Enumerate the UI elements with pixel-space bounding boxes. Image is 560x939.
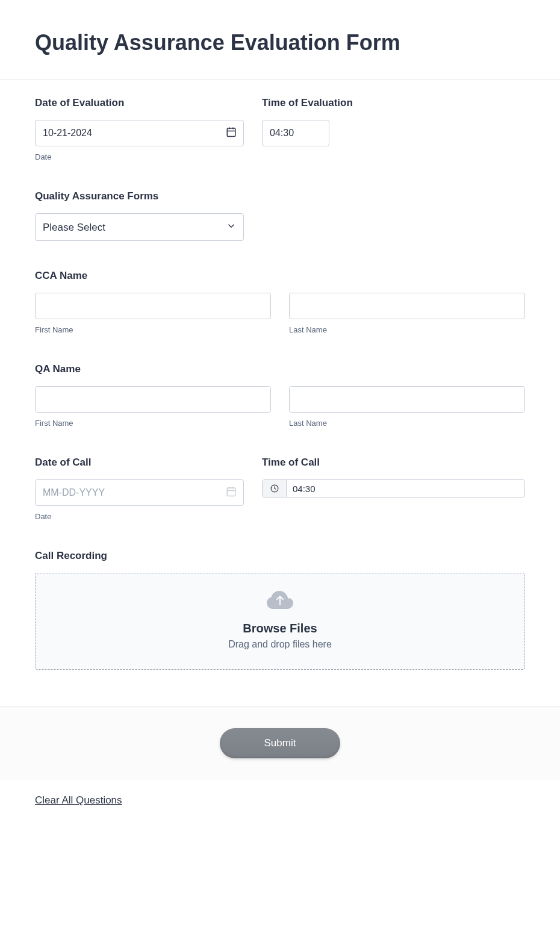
page-title: Quality Assurance Evaluation Form [35, 30, 525, 55]
cca-last-name-input[interactable] [289, 293, 525, 319]
time-evaluation-wrap [262, 120, 329, 146]
qa-last-col: Last Name [289, 386, 525, 428]
col-time-evaluation: Time of Evaluation [262, 97, 525, 161]
col-time-call: Time of Call 04:30 [262, 457, 525, 521]
date-call-wrap [35, 479, 244, 506]
row-evaluation-datetime: Date of Evaluation Date Time of E [35, 97, 525, 161]
qa-last-name-input[interactable] [289, 386, 525, 413]
sublabel-cca-first: First Name [35, 325, 271, 334]
cca-first-name-input[interactable] [35, 293, 271, 319]
date-evaluation-input[interactable] [35, 120, 244, 146]
time-call-group[interactable]: 04:30 [262, 479, 525, 498]
cca-name-inputs: First Name Last Name [35, 293, 525, 334]
clock-icon [263, 480, 287, 497]
date-evaluation-wrap [35, 120, 244, 146]
qa-forms-select[interactable]: Please Select [35, 213, 244, 241]
label-call-recording: Call Recording [35, 550, 525, 562]
date-call-input[interactable] [35, 479, 244, 506]
file-upload-dropzone[interactable]: Browse Files Drag and drop files here [35, 573, 525, 670]
label-time-call: Time of Call [262, 457, 525, 469]
upload-drag-text: Drag and drop files here [228, 639, 332, 650]
form-body: Date of Evaluation Date Time of E [0, 80, 560, 706]
form-container: Quality Assurance Evaluation Form Date o… [0, 0, 560, 837]
row-call-datetime: Date of Call Date Time of Call [35, 457, 525, 521]
sublabel-qa-last: Last Name [289, 419, 525, 428]
qa-first-col: First Name [35, 386, 271, 428]
label-date-evaluation: Date of Evaluation [35, 97, 244, 109]
label-cca-name: CCA Name [35, 270, 525, 282]
qa-name-inputs: First Name Last Name [35, 386, 525, 428]
upload-browse-text: Browse Files [243, 622, 317, 635]
label-qa-forms: Quality Assurance Forms [35, 190, 244, 202]
sublabel-date-evaluation: Date [35, 152, 244, 161]
submit-button[interactable]: Submit [220, 728, 340, 758]
row-cca-name: CCA Name First Name Last Name [35, 270, 525, 334]
form-header: Quality Assurance Evaluation Form [0, 0, 560, 80]
qa-first-name-input[interactable] [35, 386, 271, 413]
row-call-recording: Call Recording Browse Files Drag and dro… [35, 550, 525, 670]
qa-forms-wrap: Please Select [35, 213, 244, 241]
sublabel-date-call: Date [35, 512, 244, 521]
row-qa-forms: Quality Assurance Forms Please Select [35, 190, 525, 241]
clear-section: Clear All Questions [0, 780, 560, 837]
label-time-evaluation: Time of Evaluation [262, 97, 525, 109]
sublabel-cca-last: Last Name [289, 325, 525, 334]
label-qa-name: QA Name [35, 363, 525, 375]
form-footer: Submit [0, 706, 560, 780]
col-date-evaluation: Date of Evaluation Date [35, 97, 244, 161]
clear-all-link[interactable]: Clear All Questions [35, 794, 122, 806]
cca-first-col: First Name [35, 293, 271, 334]
label-date-call: Date of Call [35, 457, 244, 469]
col-qa-forms: Quality Assurance Forms Please Select [35, 190, 244, 241]
row-qa-name: QA Name First Name Last Name [35, 363, 525, 428]
time-evaluation-input[interactable] [262, 120, 329, 146]
cca-last-col: Last Name [289, 293, 525, 334]
sublabel-qa-first: First Name [35, 419, 271, 428]
upload-cloud-icon [267, 590, 293, 614]
col-date-call: Date of Call Date [35, 457, 244, 521]
time-call-value: 04:30 [287, 480, 524, 497]
